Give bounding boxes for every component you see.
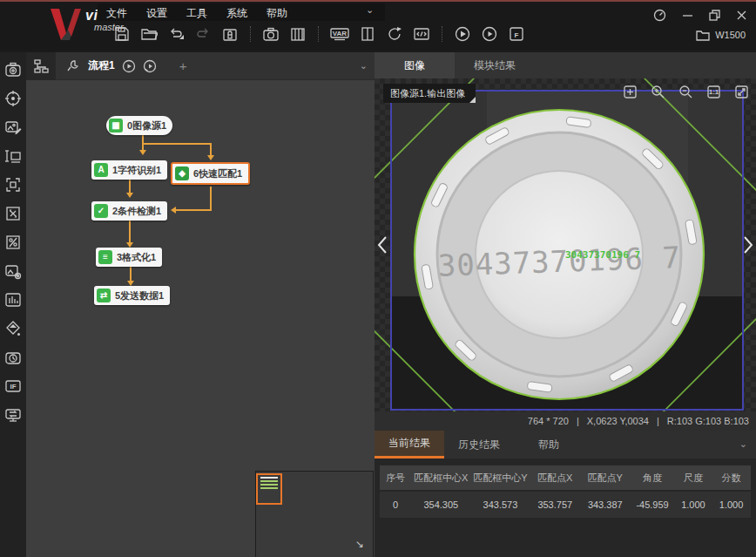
node-char-recognition[interactable]: A 1字符识别1 [91, 160, 167, 180]
target-icon[interactable] [4, 90, 22, 107]
flow-header-chevron-down-icon[interactable]: ⌄ [360, 60, 368, 71]
node-label: 2条件检测1 [112, 205, 161, 218]
menu-help[interactable]: 帮助 [267, 6, 287, 21]
inspection-image: 30437370196 7 30437370196 7 [375, 78, 756, 411]
log-icon[interactable] [359, 25, 376, 43]
result-tabs-chevron-down-icon[interactable]: ⌄ [739, 438, 747, 450]
minimap-node [260, 487, 278, 489]
if-logic-icon[interactable]: IF [4, 377, 22, 395]
image-edit-icon[interactable] [4, 119, 22, 136]
svg-text:IF: IF [10, 383, 16, 391]
minimap-resize-handle[interactable]: ↘ [355, 538, 364, 550]
undo-icon[interactable] [167, 25, 185, 43]
script-icon[interactable] [413, 25, 430, 43]
tab-module-result[interactable]: 模块结果 [455, 52, 535, 78]
run-continuous-icon[interactable] [481, 25, 498, 43]
node-condition-check[interactable]: ✓ 2条件检测1 [91, 201, 167, 221]
flow-tab[interactable]: 流程1 [88, 58, 157, 73]
main-toolbar: VAR F [113, 25, 525, 43]
pan-icon[interactable] [623, 85, 638, 99]
condition-check-icon: ✓ [94, 204, 108, 218]
titlebar-chevron-down-icon[interactable]: ⌄ [366, 4, 374, 16]
table-row[interactable]: 0 354.305 343.573 353.757 343.387 -45.95… [380, 492, 751, 518]
status-separator: | [577, 416, 579, 426]
gauge-icon[interactable] [653, 9, 666, 22]
node-format[interactable]: ≡ 3格式化1 [96, 248, 162, 267]
histogram-icon[interactable] [4, 291, 22, 309]
transfer-icon[interactable] [4, 406, 22, 424]
minimap-viewport[interactable] [256, 473, 282, 505]
zoom-in-icon[interactable] [651, 85, 665, 99]
menu-tools[interactable]: 工具 [186, 6, 207, 21]
prev-image-icon[interactable] [377, 235, 388, 255]
save-locked-icon[interactable] [221, 25, 239, 43]
calibrate-icon[interactable] [4, 320, 22, 337]
window-controls [653, 9, 747, 22]
toolbar-separator [250, 26, 251, 42]
image-source-selector[interactable]: 图像源1.输出图像 [383, 84, 476, 103]
result-tabs: 当前结果 历史结果 帮助 ⌄ [375, 431, 756, 459]
wrench-icon[interactable] [66, 59, 79, 72]
node-fast-match[interactable]: ◈ 6快速匹配1 [171, 162, 250, 185]
tool-sidebar: IF [0, 52, 26, 557]
measure-icon[interactable] [4, 147, 22, 165]
col-score: 分数 [712, 472, 751, 485]
focus-region-icon[interactable] [4, 176, 22, 194]
cell-match-box-center-x: 354.305 [411, 499, 470, 510]
cell-scale: 1.000 [675, 499, 712, 510]
image-resolution: 764 * 720 [528, 416, 569, 426]
tab-current-result[interactable]: 当前结果 [375, 431, 444, 459]
global-run-icon[interactable] [386, 25, 403, 43]
open-icon[interactable] [140, 25, 158, 43]
svg-text:VAR: VAR [333, 30, 348, 37]
timer-camera-icon[interactable] [4, 349, 22, 366]
compare-icon[interactable] [4, 234, 22, 251]
fit-screen-icon[interactable] [734, 85, 749, 99]
node-label: 0图像源1 [127, 119, 166, 132]
module-list-icon[interactable] [289, 25, 307, 43]
node-send-data[interactable]: ⇄ 5发送数据1 [94, 286, 170, 305]
variable-icon[interactable]: VAR [330, 25, 349, 43]
image-viewer[interactable]: 30437370196 7 30437370196 7 图像源1.输出图像 [375, 78, 756, 431]
zoom-out-icon[interactable] [678, 85, 693, 99]
actual-size-icon[interactable]: 1:1 [706, 85, 721, 99]
col-match-point-x: 匹配点X [530, 472, 581, 485]
menu-system[interactable]: 系统 [226, 6, 247, 21]
camera-icon[interactable] [262, 25, 280, 43]
menu-file[interactable]: 文件 [106, 6, 127, 21]
flow-run-once-icon[interactable] [122, 59, 136, 73]
tab-help[interactable]: 帮助 [514, 431, 584, 459]
titlebar: vision master 文件 设置 工具 系统 帮助 ⌄ [0, 2, 756, 51]
tab-history-result[interactable]: 历史结果 [444, 431, 514, 459]
minimize-icon[interactable] [682, 10, 693, 21]
menu-settings[interactable]: 设置 [146, 6, 167, 21]
workspace-label: W1500 [715, 30, 746, 40]
align-icon[interactable] [4, 205, 22, 222]
workspace-selector[interactable]: W1500 [696, 29, 746, 41]
add-flow-button[interactable]: + [179, 58, 187, 73]
node-label: 5发送数据1 [115, 289, 164, 302]
tab-image[interactable]: 图像 [375, 52, 455, 78]
save-icon[interactable] [113, 25, 131, 43]
flow-run-continuous-icon[interactable] [143, 59, 157, 73]
node-image-source[interactable]: ▦ 0图像源1 [106, 116, 172, 135]
selector-fold-icon [469, 97, 476, 103]
format-icon[interactable]: F [508, 25, 525, 43]
restore-icon[interactable] [709, 10, 720, 21]
image-status-bar: 764 * 720 | X,0623 Y,0034 | R:103 G:103 … [375, 411, 756, 431]
cell-match-point-y: 343.387 [580, 499, 631, 510]
next-image-icon[interactable] [743, 235, 753, 255]
node-label: 1字符识别1 [112, 164, 161, 177]
flow-minimap[interactable]: ↘ [255, 471, 374, 557]
toolbar-separator [318, 26, 319, 42]
close-icon[interactable] [736, 10, 747, 21]
camera-icon[interactable] [4, 61, 22, 78]
flow-canvas[interactable]: ▦ 0图像源1 A 1字符识别1 ◈ 6快速匹配1 ✓ 2条件检测1 ≡ 3格式… [26, 80, 375, 557]
run-once-icon[interactable] [454, 25, 471, 43]
workspace-folder-icon [696, 29, 710, 41]
redo-icon[interactable] [194, 25, 212, 43]
connector [129, 221, 131, 242]
flow-list-button[interactable] [26, 52, 56, 80]
connector [129, 180, 131, 193]
image-settings-icon[interactable] [4, 262, 22, 280]
